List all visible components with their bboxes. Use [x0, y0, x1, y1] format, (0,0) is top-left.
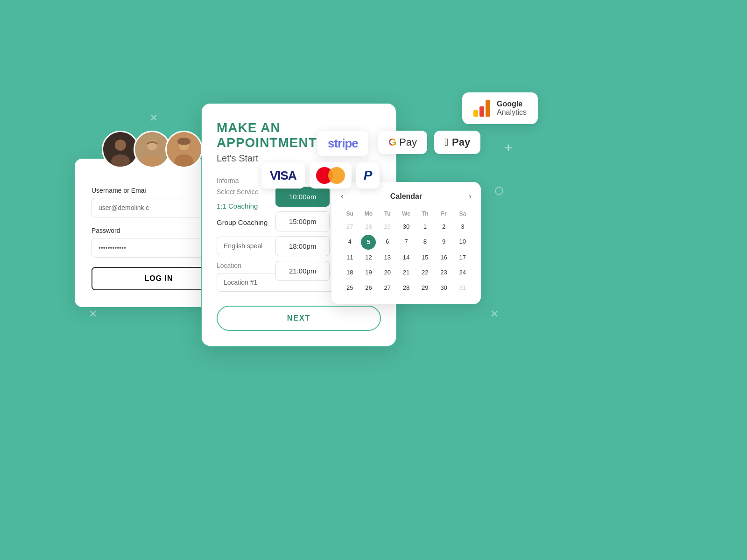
deco-circle-3: [495, 187, 503, 195]
cal-day-31-next[interactable]: 31: [454, 281, 472, 295]
cal-day-15[interactable]: 15: [416, 251, 434, 265]
cal-header-we: We: [397, 209, 415, 219]
time-slot-10am[interactable]: 10:00am: [275, 187, 330, 207]
mastercard-badge: [310, 162, 352, 189]
cal-day-24[interactable]: 24: [454, 266, 472, 280]
google-analytics-badge: Google Analytics: [462, 92, 538, 124]
calendar-grid: Su Mo Tu We Th Fr Sa 27 28 29 30 1 2 3 4…: [341, 209, 472, 295]
stripe-logo: stripe: [328, 136, 358, 151]
cal-day-25[interactable]: 25: [341, 281, 359, 295]
cal-header-fr: Fr: [435, 209, 452, 219]
cal-day-19[interactable]: 19: [359, 266, 377, 280]
cal-day-27[interactable]: 27: [379, 281, 396, 295]
deco-x-2: ✕: [490, 308, 499, 320]
applepay-text: Pay: [452, 136, 470, 148]
cal-day-30[interactable]: 30: [397, 220, 415, 234]
cal-day-22[interactable]: 22: [416, 266, 434, 280]
time-slot-21pm[interactable]: 21:00pm: [275, 261, 330, 281]
cal-day-23[interactable]: 23: [435, 266, 452, 280]
ga-bar-2: [479, 106, 484, 117]
ga-bars-icon: [473, 100, 490, 117]
cal-day-17[interactable]: 17: [454, 251, 472, 265]
cal-day-28-prev[interactable]: 28: [359, 220, 377, 234]
calendar-header: ‹ Calendar ›: [341, 191, 472, 201]
svg-point-9: [177, 138, 190, 145]
cal-day-11[interactable]: 11: [341, 251, 359, 265]
visa-badge: VISA: [261, 162, 305, 189]
avatar-group: [102, 131, 203, 168]
cal-day-29-prev[interactable]: 29: [379, 220, 396, 234]
cal-day-5-today[interactable]: 5: [361, 235, 376, 250]
time-slot-18pm[interactable]: 18:00pm: [275, 236, 330, 256]
gpay-g-letter: G: [388, 136, 396, 148]
cal-day-6[interactable]: 6: [379, 235, 396, 250]
ga-text-google: Google: [497, 100, 527, 108]
applepay-badge:  Pay: [434, 131, 480, 154]
gpay-badge: G Pay: [378, 131, 427, 154]
cal-day-1[interactable]: 1: [416, 220, 434, 234]
cal-day-14[interactable]: 14: [397, 251, 415, 265]
visa-logo: VISA: [270, 168, 296, 183]
cal-day-27-prev[interactable]: 27: [341, 220, 359, 234]
cal-day-20[interactable]: 20: [379, 266, 396, 280]
cal-day-16[interactable]: 16: [435, 251, 452, 265]
avatar-3: [165, 131, 203, 168]
cal-day-7[interactable]: 7: [397, 235, 415, 250]
cal-day-21[interactable]: 21: [397, 266, 415, 280]
gpay-pay-text: Pay: [399, 136, 417, 148]
calendar-card: ‹ Calendar › Su Mo Tu We Th Fr Sa 27 28 …: [331, 182, 481, 304]
time-slot-15pm[interactable]: 15:00pm: [275, 211, 330, 231]
cal-day-5-today-wrapper: 5: [359, 235, 377, 250]
ga-text-analytics: Analytics: [497, 108, 527, 117]
mc-circle-yellow: [328, 167, 345, 184]
cal-day-8[interactable]: 8: [416, 235, 434, 250]
next-button[interactable]: NEXT: [217, 306, 381, 331]
paypal-icon: P: [364, 168, 373, 183]
cal-header-th: Th: [416, 209, 434, 219]
calendar-next-button[interactable]: ›: [469, 191, 472, 201]
time-slots-list: 10:00am 15:00pm 18:00pm 21:00pm: [275, 187, 330, 281]
cal-day-18[interactable]: 18: [341, 266, 359, 280]
cal-day-10[interactable]: 10: [454, 235, 472, 250]
ga-bar-3: [486, 100, 490, 117]
cal-header-mo: Mo: [359, 209, 377, 219]
apple-icon: : [444, 136, 448, 148]
ga-bar-1: [473, 110, 478, 117]
cal-day-4[interactable]: 4: [341, 235, 359, 250]
cal-day-30[interactable]: 30: [435, 281, 452, 295]
cal-header-sa: Sa: [454, 209, 472, 219]
deco-x-3: ✕: [89, 308, 97, 320]
paypal-badge: P: [356, 162, 380, 189]
cal-day-3[interactable]: 3: [454, 220, 472, 234]
cal-day-28[interactable]: 28: [397, 281, 415, 295]
svg-point-1: [115, 140, 126, 151]
cal-day-12[interactable]: 12: [359, 251, 377, 265]
cal-day-2[interactable]: 2: [435, 220, 452, 234]
cal-day-26[interactable]: 26: [359, 281, 377, 295]
ga-label: Google Analytics: [497, 100, 527, 117]
cal-header-su: Su: [341, 209, 359, 219]
calendar-title: Calendar: [390, 192, 422, 201]
cal-header-tu: Tu: [379, 209, 396, 219]
cal-day-13[interactable]: 13: [379, 251, 396, 265]
stripe-badge: stripe: [317, 131, 368, 156]
card-payment-row: VISA P: [261, 162, 380, 189]
calendar-prev-button[interactable]: ‹: [341, 191, 344, 201]
cal-day-9[interactable]: 9: [435, 235, 452, 250]
deco-plus-1: +: [504, 140, 513, 156]
deco-x-1: ✕: [149, 112, 158, 124]
cal-day-29[interactable]: 29: [416, 281, 434, 295]
